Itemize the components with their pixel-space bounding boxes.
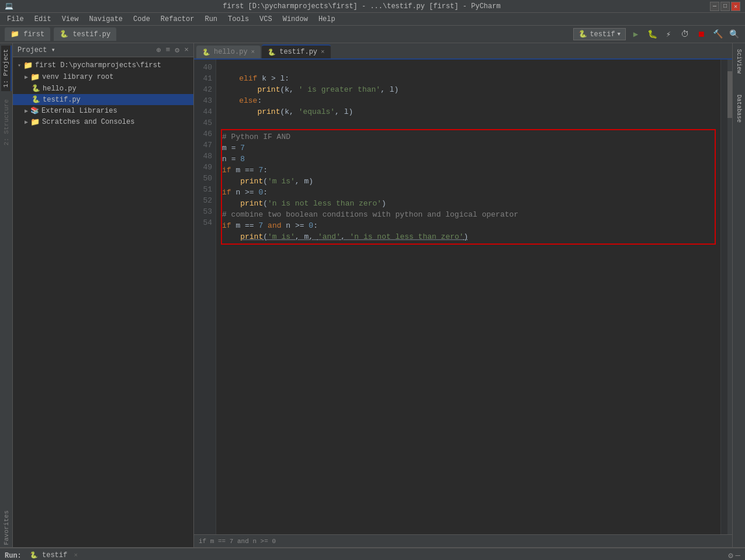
bottom-tab-testif[interactable]: 🐍 testif × — [26, 550, 81, 561]
tree-item-venv[interactable]: ▶ 📁 venv library root — [13, 71, 193, 83]
maximize-button[interactable]: □ — [720, 2, 730, 11]
line-52: # combine two boolean conditions with py… — [222, 210, 518, 219]
menu-edit[interactable]: Edit — [30, 14, 56, 25]
line-48: if m == 7: — [222, 166, 268, 175]
app-icon: 💻 — [5, 2, 13, 11]
tree-item-testif[interactable]: 🐍 testif.py — [13, 94, 193, 105]
run-settings-icon[interactable]: ⚙ — [728, 551, 733, 560]
editor-status-text: if m == 7 and n >= 0 — [199, 538, 276, 545]
tree-testif-icon: 🐍 — [32, 95, 40, 104]
menu-navigate[interactable]: Navigate — [84, 14, 127, 25]
tab-hello[interactable]: 🐍 hello.py × — [196, 46, 261, 58]
run-tab-close[interactable]: × — [74, 552, 78, 559]
bottom-tab-bar: Run: 🐍 testif × ⚙ — — [0, 548, 745, 560]
menu-file[interactable]: File — [2, 14, 29, 25]
left-panel-tabs: 1: Project 2: Structure Favorites — [0, 43, 13, 547]
bottom-panel: Run: 🐍 testif × ⚙ — ▶ ⏹ ⏸ ⬇ ⊞ ↩ ⊠ 🗑 1 is… — [0, 547, 745, 560]
project-tree: ▾ 📁 first D:\pycharmprojects\first ▶ 📁 v… — [13, 57, 193, 547]
line-46: m = 7 — [222, 144, 245, 152]
tree-item-hello[interactable]: 🐍 hello.py — [13, 83, 193, 94]
tree-folder-icon: 📁 — [23, 61, 33, 70]
project-settings-icon[interactable]: ≡ — [166, 46, 171, 54]
tree-arrow-root: ▾ — [18, 62, 21, 69]
structure-panel-tab[interactable]: 2: Structure — [2, 96, 11, 149]
right-sidebar: SciView Database — [732, 43, 745, 547]
right-tab-database[interactable]: Database — [734, 91, 743, 126]
tab-hello-close[interactable]: × — [251, 48, 255, 55]
tab-testif-label: testif.py — [279, 48, 317, 56]
line-49: print('m is', m) — [222, 177, 313, 186]
search-icon[interactable]: 🔍 — [727, 28, 740, 41]
coverage-button[interactable]: ⚡ — [662, 28, 675, 41]
menu-help[interactable]: Help — [314, 14, 340, 25]
menu-vcs[interactable]: VCS — [255, 14, 277, 25]
toolbar-file-tab[interactable]: 🐍 testif.py — [54, 27, 116, 41]
tab-testif-close[interactable]: × — [321, 48, 325, 55]
favorites-panel-tab[interactable]: Favorites — [3, 510, 10, 545]
tree-extlibs-label: External Libraries — [41, 107, 117, 115]
menu-window[interactable]: Window — [278, 14, 313, 25]
tree-hello-icon: 🐍 — [32, 84, 40, 93]
tree-item-root[interactable]: ▾ 📁 first D:\pycharmprojects\first — [13, 60, 193, 71]
run-tab-label: testif — [42, 551, 67, 559]
tab-hello-icon: 🐍 — [202, 48, 210, 56]
tree-arrow-extlibs: ▶ — [25, 107, 28, 114]
tab-testif[interactable]: 🐍 testif.py × — [262, 44, 330, 58]
run-tab-icon: 🐍 — [30, 552, 38, 559]
menu-refactor[interactable]: Refactor — [156, 14, 199, 25]
toolbar: 📁 first 🐍 testif.py 🐍 testif ▼ ▶ 🐛 ⚡ ⏱ ⏹… — [0, 26, 745, 43]
editor-tab-bar: 🐍 hello.py × 🐍 testif.py × — [194, 43, 732, 60]
window-title: first [D:\pycharmprojects\first] - ...\t… — [13, 2, 710, 11]
menu-bar: File Edit View Navigate Code Refactor Ru… — [0, 13, 745, 26]
toolbar-right: 🐍 testif ▼ ▶ 🐛 ⚡ ⏱ ⏹ 🔨 🔍 — [573, 28, 740, 41]
menu-tools[interactable]: Tools — [223, 14, 254, 25]
build-button[interactable]: 🔨 — [711, 28, 724, 41]
line-43: print(k, 'equals', l) — [221, 107, 353, 116]
tree-testif-label: testif.py — [43, 96, 81, 104]
tree-item-extlibs[interactable]: ▶ 📚 External Libraries — [13, 105, 193, 116]
profile-button[interactable]: ⏱ — [678, 28, 691, 41]
code-content[interactable]: elif k > l: print(k, ' is greater than',… — [216, 60, 720, 534]
run-minimize-icon[interactable]: — — [736, 551, 740, 560]
window-controls[interactable]: — □ ✕ — [710, 2, 740, 11]
debug-button[interactable]: 🐛 — [646, 28, 659, 41]
project-gear-icon[interactable]: ⚙ — [175, 46, 179, 55]
line-53: if m == 7 and n >= 0: — [222, 221, 318, 230]
menu-view[interactable]: View — [57, 14, 84, 25]
tree-arrow-scratches: ▶ — [25, 119, 28, 126]
right-tab-sciview[interactable]: SciView — [734, 46, 743, 77]
editor-area: 🐍 hello.py × 🐍 testif.py × 40 41 42 43 4… — [194, 43, 732, 547]
dropdown-icon: ▼ — [618, 32, 621, 37]
project-scope-icon[interactable]: ⊕ — [157, 46, 161, 55]
minimap — [720, 60, 727, 534]
project-close-icon[interactable]: × — [184, 46, 189, 54]
tree-hello-label: hello.py — [43, 85, 77, 93]
main-layout: 1: Project 2: Structure Favorites Projec… — [0, 43, 745, 547]
highlight-box: # Python IF AND m = 7 n = 8 if m == 7: p… — [221, 129, 716, 245]
code-editor[interactable]: 40 41 42 43 44 45 46 47 48 49 50 51 52 5… — [194, 60, 732, 534]
tree-venv-label: venv library root — [42, 73, 113, 81]
project-panel-header: Project ▾ ⊕ ≡ ⚙ × — [13, 43, 193, 57]
stop-button[interactable]: ⏹ — [695, 28, 708, 41]
tree-root-label: first D:\pycharmprojects\first — [35, 61, 161, 69]
close-button[interactable]: ✕ — [731, 2, 740, 11]
line-47: n = 8 — [222, 155, 245, 164]
tree-arrow-venv: ▶ — [25, 74, 28, 81]
menu-code[interactable]: Code — [129, 14, 155, 25]
line-45: # Python IF AND — [222, 133, 290, 141]
project-panel-tab[interactable]: 1: Project — [1, 46, 12, 91]
tree-extlibs-icon: 📚 — [30, 106, 39, 115]
menu-run[interactable]: Run — [200, 14, 222, 25]
editor-scrollbar[interactable] — [727, 60, 732, 534]
toolbar-project-tab[interactable]: 📁 first — [5, 27, 50, 41]
line-41: print(k, ' is greater than', l) — [221, 85, 399, 94]
editor-scrollbar-thumb[interactable] — [727, 71, 732, 118]
run-button[interactable]: ▶ — [629, 28, 642, 41]
tree-scratches-icon: 📁 — [30, 117, 40, 127]
minimize-button[interactable]: — — [710, 2, 719, 11]
tree-item-scratches[interactable]: ▶ 📁 Scratches and Consoles — [13, 116, 193, 128]
line-50: if n >= 0: — [222, 188, 268, 197]
run-config-selector[interactable]: 🐍 testif ▼ — [573, 28, 626, 40]
tree-venv-icon: 📁 — [30, 72, 40, 82]
tab-hello-label: hello.py — [214, 48, 248, 56]
